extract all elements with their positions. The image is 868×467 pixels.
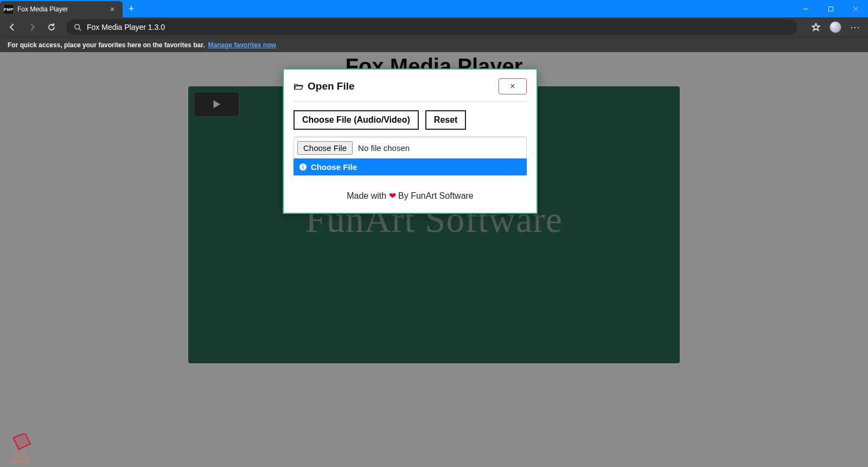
tab-title: Fox Media Player (17, 5, 103, 13)
info-icon (299, 163, 307, 171)
nav-forward-button[interactable] (24, 19, 40, 35)
open-file-modal: Open File × Choose File (Audio/Video) Re… (283, 68, 538, 214)
choose-file-banner-text: Choose File (311, 162, 357, 172)
modal-action-row: Choose File (Audio/Video) Reset (293, 102, 527, 137)
search-icon (74, 23, 81, 31)
browser-tab[interactable]: FMP Fox Media Player × (0, 1, 123, 17)
tab-close-icon[interactable]: × (107, 5, 117, 14)
native-choose-file-button[interactable]: Choose File (297, 141, 353, 155)
modal-header: Open File × (293, 76, 527, 102)
manage-favorites-link[interactable]: Manage favorites now (208, 41, 276, 49)
corner-logo-icon (9, 433, 33, 454)
svg-marker-6 (812, 23, 820, 30)
corner-logo-line2: Software (11, 458, 30, 464)
credit-prefix: Made with (347, 191, 388, 200)
window-controls (793, 0, 868, 17)
window-maximize-button[interactable] (818, 0, 843, 17)
modal-title: Open File (308, 80, 355, 92)
page-viewport: Fox Media Player FunArt Software Open Fi… (0, 52, 868, 467)
corner-logo: FunArtSoftware (4, 433, 37, 464)
credit-suffix: By FunArt Software (396, 191, 474, 200)
modal-close-button[interactable]: × (499, 78, 527, 94)
svg-point-10 (303, 165, 304, 166)
svg-rect-9 (303, 167, 304, 169)
choose-file-banner[interactable]: Choose File (293, 159, 527, 175)
new-tab-button[interactable]: + (123, 0, 140, 17)
omnibox[interactable]: Fox Media Player 1.3.0 (66, 19, 797, 35)
titlebar: FMP Fox Media Player × + (0, 0, 868, 17)
svg-rect-1 (828, 7, 833, 11)
svg-point-4 (75, 24, 80, 29)
nav-back-button[interactable] (4, 19, 21, 35)
file-input-row: Choose File No file chosen (293, 137, 527, 159)
reset-button[interactable]: Reset (425, 110, 467, 130)
profile-button[interactable] (827, 19, 844, 35)
modal-credit: Made with ❤ By FunArt Software (293, 191, 527, 201)
nav-reload-button[interactable] (43, 19, 60, 35)
omnibox-text: Fox Media Player 1.3.0 (87, 23, 165, 31)
window-close-button[interactable] (843, 0, 868, 17)
folder-open-icon (293, 81, 303, 91)
favorites-star-icon[interactable] (807, 19, 825, 35)
svg-line-5 (79, 29, 81, 31)
tab-favicon: FMP (4, 5, 13, 14)
window-minimize-button[interactable] (793, 0, 818, 17)
file-chosen-status: No file chosen (358, 143, 410, 153)
choose-file-av-button[interactable]: Choose File (Audio/Video) (293, 110, 419, 130)
address-bar: Fox Media Player 1.3.0 ⋯ (0, 17, 868, 37)
heart-icon: ❤ (389, 191, 396, 200)
browser-menu-icon[interactable]: ⋯ (846, 19, 864, 35)
favorites-hint-text: For quick access, place your favorites h… (8, 41, 205, 49)
favorites-bar: For quick access, place your favorites h… (0, 37, 868, 52)
